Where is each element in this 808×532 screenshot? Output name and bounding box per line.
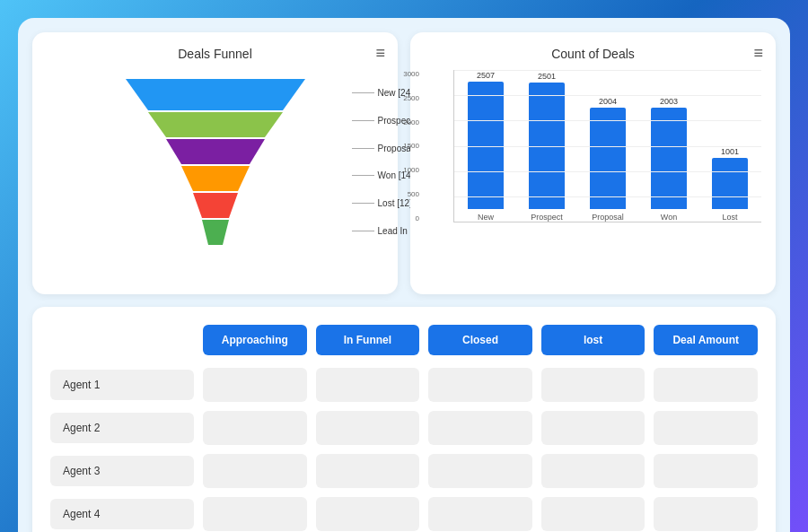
agent-4-deal-amount <box>654 497 758 531</box>
bar-won <box>651 108 687 209</box>
table-row-agent2: Agent 2 <box>50 411 758 445</box>
agent-2-approaching <box>203 411 307 445</box>
agent-4-in-funnel <box>316 497 420 531</box>
agent-2-in-funnel <box>316 411 420 445</box>
agent-4-lost <box>541 497 646 531</box>
svg-marker-2 <box>166 139 265 164</box>
y-label-3000: 3000 <box>403 70 419 78</box>
table-row-agent4: Agent 4 <box>50 497 758 531</box>
agent-2-deal-amount <box>654 411 758 445</box>
y-label-2500: 2500 <box>403 94 419 102</box>
count-of-deals-card: Count of Deals ≡ 3000 2500 2000 1500 100… <box>410 32 776 294</box>
bar-value-prospect: 2501 <box>538 72 556 81</box>
bar-value-proposal: 2004 <box>599 97 617 106</box>
agent-4-closed <box>428 497 532 531</box>
agent-1-closed <box>428 368 532 402</box>
bar-lost <box>712 158 748 209</box>
count-of-deals-title: Count of Deals <box>425 47 761 61</box>
main-container: Deals Funnel ≡ <box>18 18 790 532</box>
svg-marker-1 <box>148 112 283 137</box>
bar-chart-inner: 2507 New 2501 Prospect 2004 Propo <box>453 70 761 222</box>
agent-4-label: Agent 4 <box>50 499 194 529</box>
deals-funnel-card: Deals Funnel ≡ <box>32 32 398 294</box>
agent-2-lost <box>541 411 646 445</box>
agent-3-deal-amount <box>654 454 758 488</box>
bar-group-won: 2003 Won <box>646 97 691 222</box>
agent-1-lost <box>541 368 646 402</box>
agent-3-approaching <box>203 454 307 488</box>
y-label-2000: 2000 <box>403 118 419 126</box>
funnel-svg <box>117 79 314 267</box>
y-label-1500: 1500 <box>403 142 419 150</box>
table-row-agent1: Agent 1 <box>50 368 758 402</box>
bar-new <box>468 82 504 209</box>
bar-chart: 3000 2500 2000 1500 1000 500 0 <box>425 70 761 249</box>
agent-table-card: Approaching In Funnel Closed lost Deal A… <box>32 307 776 532</box>
deals-funnel-menu-icon[interactable]: ≡ <box>375 45 385 61</box>
bar-label-lost: Lost <box>722 213 737 222</box>
y-label-500: 500 <box>403 190 419 198</box>
table-row-agent3: Agent 3 <box>50 454 758 488</box>
agent-1-approaching <box>203 368 307 402</box>
bar-value-won: 2003 <box>660 97 678 106</box>
agent-2-label: Agent 2 <box>50 413 194 443</box>
bar-group-proposal: 2004 Proposal <box>585 97 630 222</box>
bar-label-prospect: Prospect <box>531 213 563 222</box>
bar-group-lost: 1001 Lost <box>707 147 752 222</box>
agent-3-label: Agent 3 <box>50 456 194 486</box>
col-header-closed[interactable]: Closed <box>428 325 532 355</box>
agent-2-closed <box>428 411 532 445</box>
col-header-approaching[interactable]: Approaching <box>203 325 307 355</box>
col-header-lost[interactable]: lost <box>541 325 646 355</box>
agent-3-lost <box>541 454 646 488</box>
svg-marker-4 <box>193 193 238 218</box>
agent-3-in-funnel <box>316 454 420 488</box>
svg-marker-3 <box>181 166 250 191</box>
top-row: Deals Funnel ≡ <box>32 32 776 294</box>
agent-1-in-funnel <box>316 368 420 402</box>
bar-value-new: 2507 <box>477 71 495 80</box>
agent-4-approaching <box>203 497 307 531</box>
table-header-row: Approaching In Funnel Closed lost Deal A… <box>50 325 758 355</box>
agent-3-closed <box>428 454 532 488</box>
y-label-0: 0 <box>403 214 419 222</box>
bar-group-prospect: 2501 Prospect <box>524 72 569 222</box>
bar-label-won: Won <box>661 213 677 222</box>
y-axis-labels: 3000 2500 2000 1500 1000 500 0 <box>423 70 439 222</box>
col-header-in-funnel[interactable]: In Funnel <box>316 325 420 355</box>
col-header-deal-amount[interactable]: Deal Amount <box>654 325 758 355</box>
bar-prospect <box>529 83 565 209</box>
bar-group-new: 2507 New <box>463 71 508 222</box>
agent-1-label: Agent 1 <box>50 370 194 400</box>
agent-1-deal-amount <box>654 368 758 402</box>
svg-marker-5 <box>202 220 229 245</box>
deals-funnel-title: Deals Funnel <box>47 47 383 61</box>
bar-label-proposal: Proposal <box>592 213 624 222</box>
svg-marker-0 <box>126 79 305 110</box>
bar-label-new: New <box>478 213 494 222</box>
y-label-1000: 1000 <box>403 166 419 174</box>
bar-value-lost: 1001 <box>721 147 739 156</box>
bar-proposal <box>590 108 626 209</box>
count-of-deals-menu-icon[interactable]: ≡ <box>753 45 763 61</box>
